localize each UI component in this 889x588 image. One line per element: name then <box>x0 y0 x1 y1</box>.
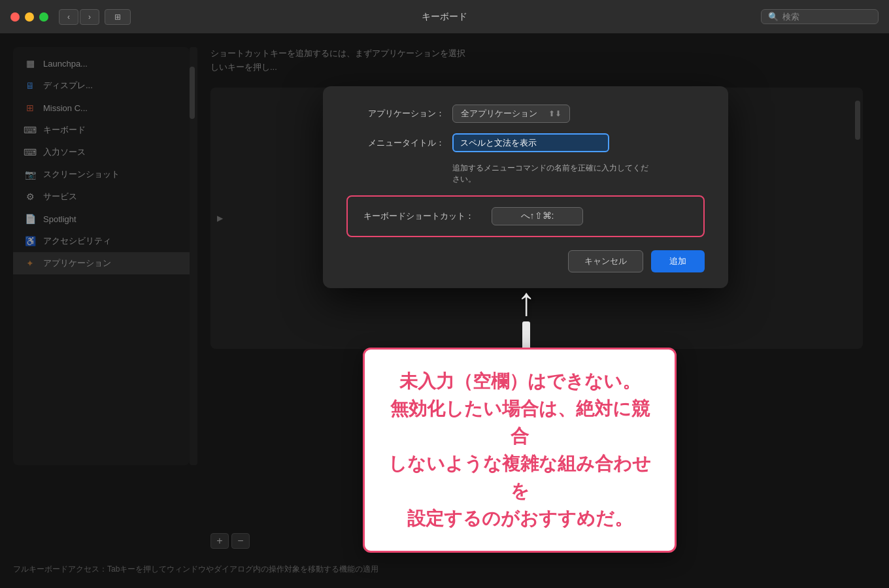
menu-title-input[interactable] <box>452 133 609 152</box>
app-form-row: アプリケーション： 全アプリケーション ⬆⬇ <box>346 105 705 123</box>
app-select[interactable]: 全アプリケーション ⬆⬇ <box>452 105 570 123</box>
search-input[interactable] <box>782 12 861 22</box>
nav-buttons: ‹ › <box>59 9 99 25</box>
main-content: ▦ Launchpa... 🖥 ディスプレ... ⊞ Mission C... … <box>0 34 889 588</box>
app-select-value: 全アプリケーション <box>461 108 543 120</box>
button-row: キャンセル 追加 <box>346 250 705 272</box>
chevron-updown-icon: ⬆⬇ <box>548 109 562 118</box>
forward-button[interactable]: › <box>80 9 99 25</box>
hint-text: 追加するメニューコマンドの名前を正確に入力してください。 <box>452 163 648 185</box>
search-box[interactable]: 🔍 <box>761 9 879 24</box>
titlebar: ‹ › ⊞ キーボード 🔍 <box>0 0 889 34</box>
modal-dialog: アプリケーション： 全アプリケーション ⬆⬇ メニュータイトル： 追加するメニュ… <box>323 86 728 288</box>
add-button[interactable]: 追加 <box>651 250 705 272</box>
shortcut-keys-display[interactable]: へ↑⇧⌘: <box>492 207 583 225</box>
traffic-lights <box>10 12 48 22</box>
search-icon: 🔍 <box>768 12 779 22</box>
window-title: キーボード <box>422 11 467 23</box>
grid-button[interactable]: ⊞ <box>105 9 131 25</box>
back-button[interactable]: ‹ <box>59 9 78 25</box>
cancel-button[interactable]: キャンセル <box>568 250 643 272</box>
app-label: アプリケーション： <box>346 108 444 120</box>
annotation-text: 未入力（空欄）はできない。 無効化したい場合は、絶対に競合 しないような複雑な組… <box>386 368 654 532</box>
menu-title-label: メニュータイトル： <box>346 137 444 149</box>
minimize-button[interactable] <box>25 12 34 22</box>
menu-title-form-row: メニュータイトル： <box>346 133 705 152</box>
shortcut-box: キーボードショートカット： へ↑⇧⌘: <box>346 195 705 237</box>
annotation-box: 未入力（空欄）はできない。 無効化したい場合は、絶対に競合 しないような複雑な組… <box>363 348 677 553</box>
close-button[interactable] <box>10 12 20 22</box>
maximize-button[interactable] <box>39 12 48 22</box>
shortcut-label: キーボードショートカット： <box>363 210 481 222</box>
